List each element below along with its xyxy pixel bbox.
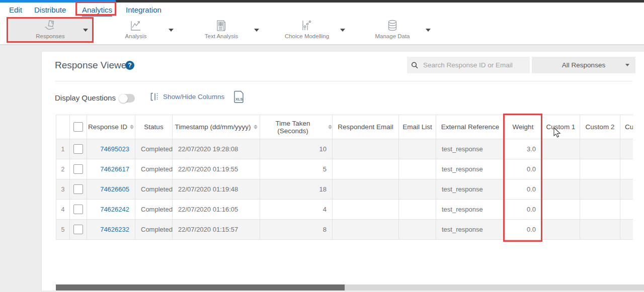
nav-tab-distribute[interactable]: Distribute [34,5,66,16]
email-list-cell [399,159,436,179]
table-row: 5 74626232 Completed 22/07/2020 01:15:57… [56,220,633,240]
timestamp-cell: 22/07/2020 01:15:57 [173,220,260,240]
header-response-id[interactable]: Response ID [87,115,135,139]
nav-tab-edit[interactable]: Edit [9,5,22,16]
weight-cell: 0.0 [505,200,542,220]
row-checkbox[interactable] [73,205,83,214]
row-checkbox[interactable] [73,225,83,234]
select-all-checkbox[interactable] [73,122,83,132]
analysis-dropdown-caret[interactable] [169,29,174,32]
svg-text:XLS: XLS [235,97,243,102]
response-id-link[interactable]: 74626617 [100,165,129,173]
toolbar-item-manage-data[interactable]: Manage Data [365,19,420,39]
header-timestamp[interactable]: Timestamp (dd/mm/yyyy) [173,115,260,139]
time-taken-cell: 4 [260,200,333,220]
external-reference-cell: test_response [436,159,505,179]
header-custom-2: Custom 2 [580,115,620,139]
text-analysis-dropdown-caret[interactable] [254,29,259,32]
responses-filter-dropdown[interactable]: All Responses [532,57,635,73]
timestamp-cell: 22/07/2020 01:19:48 [173,179,260,200]
email-list-cell [399,179,436,200]
weight-cell: 0.0 [505,220,542,240]
row-checkbox-cell [70,200,87,220]
external-reference-cell: test_response [436,220,505,240]
weight-cell: 0.0 [505,159,542,179]
analysis-icon [129,19,142,32]
columns-icon [150,92,159,102]
help-icon[interactable]: ? [125,61,134,70]
nav-tab-integration[interactable]: Integration [126,5,162,16]
sort-icon[interactable] [130,125,134,129]
search-input[interactable] [422,61,520,69]
row-number: 1 [56,139,70,159]
toolbar-label-responses: Responses [36,33,65,39]
row-checkbox[interactable] [73,184,83,194]
custom3-cell [620,220,633,240]
header-email-list: Email List [399,115,436,139]
toolbar-item-choice-modelling[interactable]: Choice Modelling [279,19,335,39]
status-cell: Completed [135,159,173,179]
row-number: 4 [56,200,70,220]
toolbar-item-responses[interactable]: Responses [23,19,78,39]
header-time-taken[interactable]: Time Taken (Seconds) [260,115,333,139]
row-checkbox-cell [70,220,87,240]
time-taken-cell: 18 [260,179,333,200]
custom3-cell [620,179,633,200]
header-select-all [70,115,87,139]
header-divider [55,81,632,81]
header-custom-3: Custom 3 [620,115,633,139]
show-hide-columns-button[interactable]: Show/Hide Columns [150,92,224,102]
toolbar-item-text-analysis[interactable]: Text Analysis [194,19,249,39]
sort-icon[interactable] [254,125,258,129]
header-respondent-email: Respondent Email [333,115,399,139]
search-icon [407,61,422,69]
email-list-cell [399,200,436,220]
custom2-cell [580,200,620,220]
custom2-cell [580,139,620,159]
respondent-email-cell [333,139,399,159]
page-title: Response Viewer [55,60,130,71]
manage-data-dropdown-caret[interactable] [426,29,431,32]
responses-filter-value: All Responses [562,61,605,69]
choice-modelling-icon [300,19,313,32]
responses-table: Response ID Status Timestamp (dd/mm/yyyy… [56,115,633,240]
display-questions-toggle[interactable] [119,94,135,103]
custom1-cell [542,179,580,200]
analytics-toolbar: Responses Analysis [0,17,644,45]
toggle-knob [119,94,128,103]
external-reference-cell: test_response [436,200,505,220]
export-xls-button[interactable]: XLS [232,90,245,106]
row-checkbox[interactable] [73,144,83,154]
horizontal-scrollbar-thumb[interactable] [56,284,345,290]
text-analysis-icon [215,19,228,32]
response-id-link[interactable]: 74626605 [100,185,129,193]
email-list-cell [399,220,436,240]
custom3-cell [620,200,633,220]
choice-modelling-dropdown-caret[interactable] [340,29,345,32]
response-id-link[interactable]: 74626242 [100,206,129,213]
custom2-cell [580,159,620,179]
status-cell: Completed [135,220,173,240]
header-custom-1: Custom 1 [542,115,580,139]
horizontal-scrollbar[interactable] [56,284,644,290]
response-id-link[interactable]: 74626232 [100,226,129,233]
row-checkbox-cell [70,139,87,159]
table-row: 3 74626605 Completed 22/07/2020 01:19:48… [56,179,633,200]
nav-tab-analytics[interactable]: Analytics [82,5,112,17]
response-id-link[interactable]: 74695023 [100,145,129,153]
responses-dropdown-caret[interactable] [83,29,88,32]
header-weight: Weight [505,115,542,139]
row-checkbox[interactable] [73,164,83,174]
email-list-cell [399,139,436,159]
respondent-email-cell [333,200,399,220]
sort-icon[interactable] [328,125,332,129]
toolbar-item-analysis[interactable]: Analysis [108,19,164,39]
weight-cell: 0.0 [505,179,542,200]
row-number: 2 [56,159,70,179]
time-taken-cell: 5 [260,159,333,179]
row-checkbox-cell [70,159,87,179]
custom3-cell [620,139,633,159]
custom1-cell [542,220,580,240]
app-window: Edit Distribute Analytics Integration Re… [0,0,644,292]
table-row: 2 74626617 Completed 22/07/2020 01:19:55… [56,159,633,179]
